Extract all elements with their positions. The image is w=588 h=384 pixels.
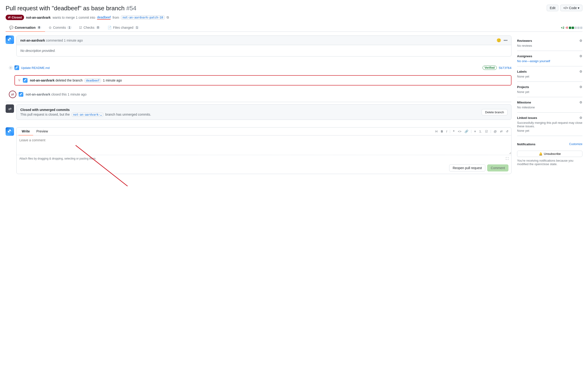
svg-rect-9 bbox=[17, 67, 18, 68]
svg-rect-16 bbox=[20, 93, 21, 94]
linked-issues-gear-icon[interactable]: ⚙ bbox=[579, 116, 582, 120]
preview-tab[interactable]: Preview bbox=[33, 128, 51, 136]
italic-icon[interactable]: I bbox=[445, 129, 448, 134]
tab-files-changed[interactable]: 📄 Files changed 1 bbox=[104, 24, 143, 32]
reviewers-gear-icon[interactable]: ⚙ bbox=[579, 39, 582, 43]
main-content: not-an-aardvark commented 1 minute ago 🙂… bbox=[6, 36, 511, 181]
notifications-note: You're receiving notifications because y… bbox=[517, 159, 582, 166]
reference-icon[interactable]: ⇄ bbox=[499, 129, 504, 134]
sidebar-assignees: Assignees ⚙ No one—assign yourself bbox=[517, 51, 582, 66]
comment-header: not-an-aardvark commented 1 minute ago 🙂… bbox=[17, 36, 511, 45]
head-branch-tag[interactable]: not-an-aardvark-patch-10 bbox=[121, 15, 165, 20]
comment-button[interactable]: Comment bbox=[487, 164, 508, 171]
code-inline-icon[interactable]: <> bbox=[457, 129, 462, 134]
merge-info: wants to merge 1 commit into bbox=[52, 16, 95, 19]
delete-branch-button[interactable]: Delete branch bbox=[482, 109, 507, 115]
deleted-branch-box: ⑂ not-an-aardvark deleted the branch dea… bbox=[15, 75, 511, 86]
diff-stat: +2 -0 bbox=[561, 24, 582, 31]
comment-editor: Write Preview H B I ❝ <> 🔗 ≡ 1. ☑ bbox=[16, 127, 511, 174]
linked-issues-value: None yet bbox=[517, 129, 582, 133]
commits-label: Commits bbox=[53, 26, 66, 29]
copy-icon[interactable]: ⧉ bbox=[167, 15, 169, 19]
commit-avatar bbox=[15, 66, 19, 70]
labels-gear-icon[interactable]: ⚙ bbox=[579, 70, 582, 73]
edit-button[interactable]: Edit bbox=[547, 5, 558, 11]
sidebar-linked-issues: Linked issues ⚙ Successfully merging thi… bbox=[517, 113, 582, 136]
chevron-down-icon: ▾ bbox=[578, 6, 579, 10]
svg-rect-18 bbox=[20, 94, 21, 95]
editor-footer: Attach files by dragging & dropping, sel… bbox=[17, 155, 511, 162]
divider bbox=[6, 102, 511, 102]
sidebar-reviewers: Reviewers ⚙ No reviews bbox=[517, 36, 582, 51]
undo-icon[interactable]: ↺ bbox=[505, 129, 509, 134]
assignees-value[interactable]: No one—assign yourself bbox=[517, 59, 582, 63]
svg-rect-21 bbox=[9, 130, 11, 131]
quote-icon[interactable]: ❝ bbox=[452, 129, 456, 134]
labels-value: None yet bbox=[517, 75, 582, 78]
emoji-icon[interactable]: 🙂 bbox=[497, 38, 501, 43]
commit-label[interactable]: Update README.md bbox=[21, 66, 50, 70]
commit-hash[interactable]: 5b73f64 bbox=[499, 66, 511, 70]
conversation-label: Conversation bbox=[15, 26, 36, 29]
unsubscribe-label: Unsubscribe bbox=[544, 152, 561, 156]
labels-header: Labels ⚙ bbox=[517, 70, 582, 73]
editor-section: Write Preview H B I ❝ <> 🔗 ≡ 1. ☑ bbox=[6, 127, 511, 178]
unmerged-section: ⇄ Closed with unmerged commits This pull… bbox=[6, 104, 511, 124]
svg-rect-12 bbox=[24, 79, 25, 80]
write-tab[interactable]: Write bbox=[19, 128, 33, 136]
unmerged-branch[interactable]: not-an-aardvark-… bbox=[72, 113, 104, 117]
bold-icon[interactable]: B bbox=[440, 129, 444, 134]
status-row: ⇄ Closed not-an-aardvark wants to merge … bbox=[6, 15, 582, 20]
more-options-icon[interactable]: ••• bbox=[504, 38, 507, 43]
sidebar-milestone: Milestone ⚙ No milestone bbox=[517, 97, 582, 113]
projects-gear-icon[interactable]: ⚙ bbox=[579, 85, 582, 89]
merge-icon: ⇄ bbox=[8, 16, 10, 19]
reviewers-value: No reviews bbox=[517, 44, 582, 47]
files-icon: 📄 bbox=[107, 26, 111, 29]
reopen-pr-button[interactable]: Reopen pull request bbox=[449, 164, 485, 171]
bell-icon: 🔔 bbox=[539, 152, 543, 156]
commits-icon: ⊙ bbox=[49, 26, 52, 29]
comment-textarea[interactable] bbox=[17, 136, 511, 154]
code-button[interactable]: </> Code ▾ bbox=[560, 5, 582, 11]
branch-delete-icon: ⑂ bbox=[18, 78, 21, 82]
link-icon[interactable]: 🔗 bbox=[464, 129, 469, 134]
notifications-title: Notifications bbox=[517, 142, 536, 146]
tab-checks[interactable]: ☑ Checks 0 bbox=[75, 24, 104, 32]
deleter-author: not-an-aardvark deleted the branch deadb… bbox=[30, 78, 122, 82]
diff-bar-1 bbox=[569, 27, 571, 29]
svg-rect-13 bbox=[25, 79, 26, 80]
conversation-icon: 💬 bbox=[9, 26, 13, 29]
svg-rect-8 bbox=[16, 67, 17, 68]
milestone-gear-icon[interactable]: ⚙ bbox=[579, 100, 582, 104]
tab-commits[interactable]: ⊙ Commits 1 bbox=[45, 24, 75, 32]
unordered-list-icon[interactable]: ≡ bbox=[473, 129, 477, 134]
page-header: Pull request with "deadbeef" as base bra… bbox=[6, 5, 582, 12]
merge-icon-dark: ⇄ bbox=[6, 104, 14, 113]
files-label: Files changed bbox=[113, 26, 133, 29]
toolbar-sep-2 bbox=[471, 130, 471, 133]
ordered-list-icon[interactable]: 1. bbox=[478, 129, 483, 134]
closer-author[interactable]: not-an-aardvark bbox=[26, 92, 50, 96]
base-branch-link[interactable]: deadbeef bbox=[97, 15, 111, 20]
fullscreen-icon[interactable]: ⛶ bbox=[506, 157, 508, 160]
svg-rect-4 bbox=[7, 37, 8, 38]
heading-icon[interactable]: H bbox=[435, 129, 439, 134]
notifications-customize[interactable]: Customize bbox=[569, 142, 582, 146]
svg-rect-19 bbox=[21, 94, 22, 95]
comment-author[interactable]: not-an-aardvark bbox=[20, 39, 45, 42]
svg-rect-15 bbox=[25, 80, 26, 81]
svg-rect-7 bbox=[11, 41, 12, 42]
task-list-icon[interactable]: ☑ bbox=[484, 129, 489, 134]
tab-conversation[interactable]: 💬 Conversation 0 bbox=[6, 24, 45, 32]
assignees-header: Assignees ⚙ bbox=[517, 54, 582, 58]
projects-header: Projects ⚙ bbox=[517, 85, 582, 89]
mention-icon[interactable]: @ bbox=[493, 129, 498, 134]
assignees-gear-icon[interactable]: ⚙ bbox=[579, 54, 582, 58]
svg-rect-23 bbox=[9, 131, 11, 133]
diff-bar-2 bbox=[572, 27, 574, 29]
verified-badge: Verified bbox=[483, 66, 497, 70]
deleter-author-name[interactable]: not-an-aardvark bbox=[30, 78, 55, 82]
deleter-avatar bbox=[23, 78, 27, 83]
unsubscribe-button[interactable]: 🔔 Unsubscribe bbox=[517, 151, 582, 157]
